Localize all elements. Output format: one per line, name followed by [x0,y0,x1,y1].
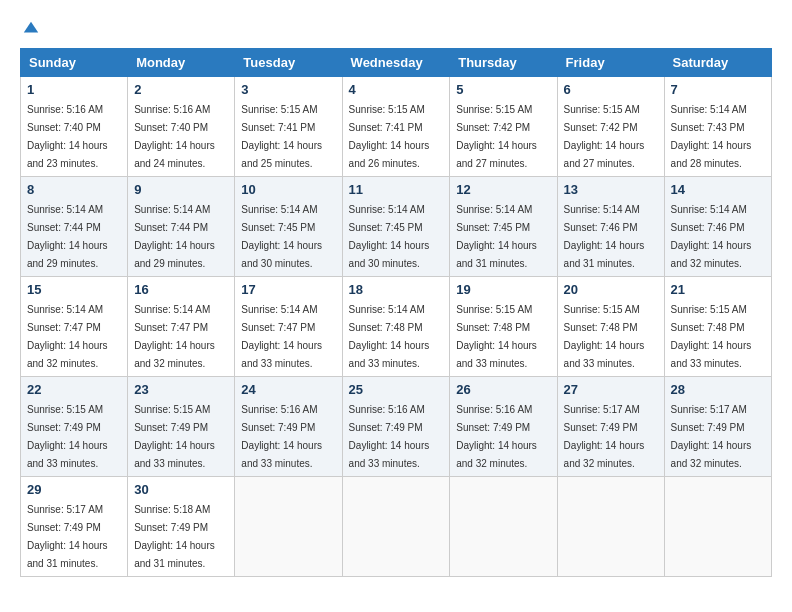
day-number: 24 [241,382,335,397]
day-info: Sunrise: 5:17 AMSunset: 7:49 PMDaylight:… [671,404,752,469]
calendar-day-cell: 3 Sunrise: 5:15 AMSunset: 7:41 PMDayligh… [235,77,342,177]
day-number: 17 [241,282,335,297]
calendar-week-row: 8 Sunrise: 5:14 AMSunset: 7:44 PMDayligh… [21,177,772,277]
calendar-day-cell: 28 Sunrise: 5:17 AMSunset: 7:49 PMDaylig… [664,377,771,477]
day-info: Sunrise: 5:14 AMSunset: 7:47 PMDaylight:… [241,304,322,369]
day-info: Sunrise: 5:18 AMSunset: 7:49 PMDaylight:… [134,504,215,569]
calendar-day-cell: 30 Sunrise: 5:18 AMSunset: 7:49 PMDaylig… [128,477,235,577]
day-info: Sunrise: 5:15 AMSunset: 7:49 PMDaylight:… [134,404,215,469]
calendar-day-cell: 15 Sunrise: 5:14 AMSunset: 7:47 PMDaylig… [21,277,128,377]
calendar-day-cell [557,477,664,577]
day-number: 20 [564,282,658,297]
calendar-day-cell [342,477,450,577]
day-info: Sunrise: 5:16 AMSunset: 7:49 PMDaylight:… [349,404,430,469]
calendar-day-cell [664,477,771,577]
day-info: Sunrise: 5:14 AMSunset: 7:43 PMDaylight:… [671,104,752,169]
weekday-header-row: SundayMondayTuesdayWednesdayThursdayFrid… [21,49,772,77]
day-info: Sunrise: 5:14 AMSunset: 7:45 PMDaylight:… [456,204,537,269]
calendar-week-row: 1 Sunrise: 5:16 AMSunset: 7:40 PMDayligh… [21,77,772,177]
day-number: 15 [27,282,121,297]
weekday-header-thursday: Thursday [450,49,557,77]
calendar-week-row: 15 Sunrise: 5:14 AMSunset: 7:47 PMDaylig… [21,277,772,377]
calendar-day-cell: 18 Sunrise: 5:14 AMSunset: 7:48 PMDaylig… [342,277,450,377]
calendar-day-cell: 11 Sunrise: 5:14 AMSunset: 7:45 PMDaylig… [342,177,450,277]
day-number: 18 [349,282,444,297]
day-number: 13 [564,182,658,197]
day-number: 6 [564,82,658,97]
calendar-day-cell: 13 Sunrise: 5:14 AMSunset: 7:46 PMDaylig… [557,177,664,277]
day-info: Sunrise: 5:15 AMSunset: 7:41 PMDaylight:… [349,104,430,169]
logo-icon [22,20,40,38]
day-info: Sunrise: 5:15 AMSunset: 7:49 PMDaylight:… [27,404,108,469]
calendar-day-cell: 5 Sunrise: 5:15 AMSunset: 7:42 PMDayligh… [450,77,557,177]
day-info: Sunrise: 5:14 AMSunset: 7:44 PMDaylight:… [134,204,215,269]
day-number: 1 [27,82,121,97]
day-number: 5 [456,82,550,97]
calendar-day-cell: 26 Sunrise: 5:16 AMSunset: 7:49 PMDaylig… [450,377,557,477]
day-number: 9 [134,182,228,197]
calendar-day-cell: 29 Sunrise: 5:17 AMSunset: 7:49 PMDaylig… [21,477,128,577]
svg-marker-0 [24,22,38,33]
calendar-day-cell: 1 Sunrise: 5:16 AMSunset: 7:40 PMDayligh… [21,77,128,177]
day-info: Sunrise: 5:15 AMSunset: 7:42 PMDaylight:… [456,104,537,169]
weekday-header-saturday: Saturday [664,49,771,77]
day-info: Sunrise: 5:14 AMSunset: 7:46 PMDaylight:… [671,204,752,269]
day-info: Sunrise: 5:15 AMSunset: 7:42 PMDaylight:… [564,104,645,169]
day-info: Sunrise: 5:14 AMSunset: 7:45 PMDaylight:… [241,204,322,269]
day-number: 4 [349,82,444,97]
weekday-header-sunday: Sunday [21,49,128,77]
day-info: Sunrise: 5:14 AMSunset: 7:44 PMDaylight:… [27,204,108,269]
day-info: Sunrise: 5:14 AMSunset: 7:48 PMDaylight:… [349,304,430,369]
day-info: Sunrise: 5:17 AMSunset: 7:49 PMDaylight:… [27,504,108,569]
calendar-day-cell: 8 Sunrise: 5:14 AMSunset: 7:44 PMDayligh… [21,177,128,277]
calendar-day-cell: 22 Sunrise: 5:15 AMSunset: 7:49 PMDaylig… [21,377,128,477]
calendar-day-cell: 25 Sunrise: 5:16 AMSunset: 7:49 PMDaylig… [342,377,450,477]
calendar-day-cell: 6 Sunrise: 5:15 AMSunset: 7:42 PMDayligh… [557,77,664,177]
day-info: Sunrise: 5:15 AMSunset: 7:48 PMDaylight:… [564,304,645,369]
day-info: Sunrise: 5:15 AMSunset: 7:48 PMDaylight:… [456,304,537,369]
day-number: 30 [134,482,228,497]
day-info: Sunrise: 5:16 AMSunset: 7:49 PMDaylight:… [456,404,537,469]
weekday-header-wednesday: Wednesday [342,49,450,77]
day-info: Sunrise: 5:15 AMSunset: 7:41 PMDaylight:… [241,104,322,169]
day-number: 21 [671,282,765,297]
calendar-day-cell: 19 Sunrise: 5:15 AMSunset: 7:48 PMDaylig… [450,277,557,377]
day-info: Sunrise: 5:16 AMSunset: 7:40 PMDaylight:… [134,104,215,169]
day-number: 28 [671,382,765,397]
calendar-day-cell: 4 Sunrise: 5:15 AMSunset: 7:41 PMDayligh… [342,77,450,177]
weekday-header-monday: Monday [128,49,235,77]
day-number: 22 [27,382,121,397]
calendar-day-cell: 7 Sunrise: 5:14 AMSunset: 7:43 PMDayligh… [664,77,771,177]
calendar-day-cell: 16 Sunrise: 5:14 AMSunset: 7:47 PMDaylig… [128,277,235,377]
day-info: Sunrise: 5:14 AMSunset: 7:47 PMDaylight:… [134,304,215,369]
day-number: 25 [349,382,444,397]
day-number: 10 [241,182,335,197]
weekday-header-tuesday: Tuesday [235,49,342,77]
day-info: Sunrise: 5:16 AMSunset: 7:49 PMDaylight:… [241,404,322,469]
calendar-day-cell: 2 Sunrise: 5:16 AMSunset: 7:40 PMDayligh… [128,77,235,177]
calendar-day-cell: 23 Sunrise: 5:15 AMSunset: 7:49 PMDaylig… [128,377,235,477]
calendar-day-cell: 24 Sunrise: 5:16 AMSunset: 7:49 PMDaylig… [235,377,342,477]
day-number: 23 [134,382,228,397]
calendar-day-cell: 9 Sunrise: 5:14 AMSunset: 7:44 PMDayligh… [128,177,235,277]
day-number: 26 [456,382,550,397]
calendar-week-row: 22 Sunrise: 5:15 AMSunset: 7:49 PMDaylig… [21,377,772,477]
weekday-header-friday: Friday [557,49,664,77]
calendar-week-row: 29 Sunrise: 5:17 AMSunset: 7:49 PMDaylig… [21,477,772,577]
calendar-day-cell: 17 Sunrise: 5:14 AMSunset: 7:47 PMDaylig… [235,277,342,377]
day-number: 27 [564,382,658,397]
day-number: 11 [349,182,444,197]
day-info: Sunrise: 5:14 AMSunset: 7:47 PMDaylight:… [27,304,108,369]
day-number: 8 [27,182,121,197]
calendar-day-cell: 20 Sunrise: 5:15 AMSunset: 7:48 PMDaylig… [557,277,664,377]
calendar-day-cell [450,477,557,577]
day-info: Sunrise: 5:16 AMSunset: 7:40 PMDaylight:… [27,104,108,169]
logo [20,20,40,38]
calendar-day-cell: 21 Sunrise: 5:15 AMSunset: 7:48 PMDaylig… [664,277,771,377]
day-number: 19 [456,282,550,297]
calendar-day-cell: 14 Sunrise: 5:14 AMSunset: 7:46 PMDaylig… [664,177,771,277]
day-number: 3 [241,82,335,97]
day-number: 12 [456,182,550,197]
day-info: Sunrise: 5:17 AMSunset: 7:49 PMDaylight:… [564,404,645,469]
day-number: 2 [134,82,228,97]
